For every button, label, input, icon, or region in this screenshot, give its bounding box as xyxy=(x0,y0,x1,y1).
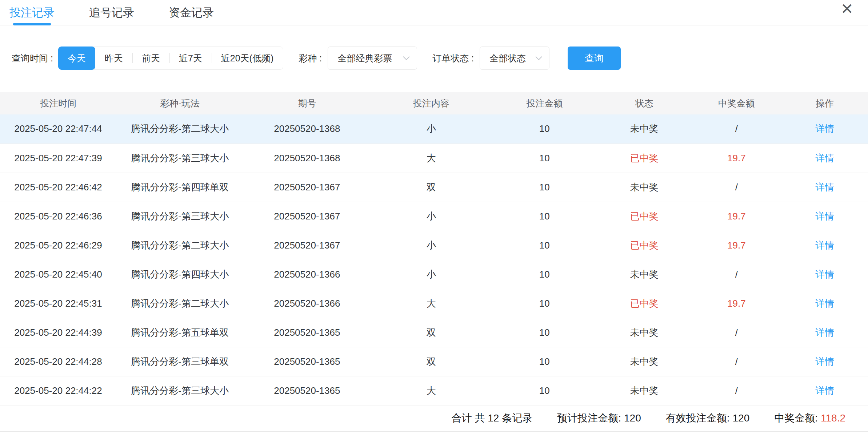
cell-game-play: 腾讯分分彩-第二球大小 xyxy=(116,114,244,144)
header-bet-content: 投注内容 xyxy=(371,92,492,114)
records-table: 投注时间 彩种-玩法 期号 投注内容 投注金额 状态 中奖金额 操作 2025-… xyxy=(0,92,868,405)
cell-bet-time: 2025-05-20 22:47:39 xyxy=(0,144,116,173)
detail-link[interactable]: 详情 xyxy=(815,298,834,309)
cell-bet-content: 双 xyxy=(371,347,492,376)
query-button[interactable]: 查询 xyxy=(568,47,621,70)
cell-prize: / xyxy=(691,318,781,347)
cell-bet-amount: 10 xyxy=(492,202,597,231)
cell-action: 详情 xyxy=(781,347,868,376)
tab-label: 追号记录 xyxy=(89,5,134,20)
detail-link[interactable]: 详情 xyxy=(815,182,834,193)
detail-link[interactable]: 详情 xyxy=(815,123,834,134)
cell-bet-time: 2025-05-20 22:46:29 xyxy=(0,231,116,260)
tab-bar: 投注记录 追号记录 资金记录 ✕ xyxy=(0,0,868,25)
time-option-yesterday[interactable]: 昨天 xyxy=(95,47,132,69)
table-header-row: 投注时间 彩种-玩法 期号 投注内容 投注金额 状态 中奖金额 操作 xyxy=(0,92,868,114)
cell-status: 已中奖 xyxy=(597,202,691,231)
header-bet-amount: 投注金额 xyxy=(492,92,597,114)
cell-status: 未中奖 xyxy=(597,376,691,405)
cell-issue: 20250520-1366 xyxy=(244,289,371,318)
cell-bet-amount: 10 xyxy=(492,231,597,260)
cell-game-play: 腾讯分分彩-第三球大小 xyxy=(116,376,244,405)
cell-bet-content: 大 xyxy=(371,289,492,318)
summary-total: 合计 共 12 条记录 xyxy=(452,411,532,425)
time-option-last7days[interactable]: 近7天 xyxy=(169,47,212,69)
cell-bet-time: 2025-05-20 22:44:28 xyxy=(0,347,116,376)
cell-action: 详情 xyxy=(781,318,868,347)
cell-bet-content: 小 xyxy=(371,260,492,289)
tab-bet-records[interactable]: 投注记录 xyxy=(9,0,55,25)
cell-status: 未中奖 xyxy=(597,260,691,289)
detail-link[interactable]: 详情 xyxy=(815,327,834,338)
time-range-group: 今天 昨天 前天 近7天 近20天(低频) xyxy=(58,47,283,70)
cell-issue: 20250520-1367 xyxy=(244,231,371,260)
order-status-select[interactable]: 全部状态 xyxy=(480,47,549,70)
cell-game-play: 腾讯分分彩-第四球单双 xyxy=(116,173,244,202)
cell-bet-time: 2025-05-20 22:45:31 xyxy=(0,289,116,318)
cell-issue: 20250520-1367 xyxy=(244,202,371,231)
summary-expected: 预计投注金额:120 xyxy=(557,411,641,425)
cell-status: 已中奖 xyxy=(597,231,691,260)
cell-status: 未中奖 xyxy=(597,347,691,376)
cell-game-play: 腾讯分分彩-第三球单双 xyxy=(116,347,244,376)
close-icon[interactable]: ✕ xyxy=(841,1,853,17)
table-row: 2025-05-20 22:44:28 腾讯分分彩-第三球单双 20250520… xyxy=(0,347,868,376)
table-row: 2025-05-20 22:47:44 腾讯分分彩-第二球大小 20250520… xyxy=(0,114,868,144)
cell-bet-amount: 10 xyxy=(492,289,597,318)
cell-issue: 20250520-1365 xyxy=(244,376,371,405)
cell-issue: 20250520-1365 xyxy=(244,318,371,347)
cell-prize: 19.7 xyxy=(691,289,781,318)
detail-link[interactable]: 详情 xyxy=(815,356,834,367)
lottery-type-value: 全部经典彩票 xyxy=(337,52,392,64)
time-option-today[interactable]: 今天 xyxy=(58,47,95,70)
cell-action: 详情 xyxy=(781,376,868,405)
detail-link[interactable]: 详情 xyxy=(815,240,834,251)
cell-status: 已中奖 xyxy=(597,289,691,318)
detail-link[interactable]: 详情 xyxy=(815,385,834,396)
cell-bet-amount: 10 xyxy=(492,376,597,405)
summary-expected-value: 120 xyxy=(624,412,641,424)
cell-issue: 20250520-1368 xyxy=(244,144,371,173)
tab-label: 资金记录 xyxy=(169,5,214,20)
table-row: 2025-05-20 22:47:39 腾讯分分彩-第三球大小 20250520… xyxy=(0,144,868,173)
summary-valid-label: 有效投注金额: xyxy=(666,412,730,424)
header-prize: 中奖金额 xyxy=(691,92,781,114)
active-tab-indicator xyxy=(13,23,51,25)
header-status: 状态 xyxy=(597,92,691,114)
cell-prize: / xyxy=(691,173,781,202)
cell-bet-content: 小 xyxy=(371,114,492,144)
cell-prize: / xyxy=(691,376,781,405)
detail-link[interactable]: 详情 xyxy=(815,211,834,222)
cell-status: 未中奖 xyxy=(597,318,691,347)
cell-action: 详情 xyxy=(781,144,868,173)
table-row: 2025-05-20 22:45:31 腾讯分分彩-第二球大小 20250520… xyxy=(0,289,868,318)
lottery-type-select[interactable]: 全部经典彩票 xyxy=(328,47,417,70)
cell-bet-time: 2025-05-20 22:45:40 xyxy=(0,260,116,289)
time-option-last20days[interactable]: 近20天(低频) xyxy=(212,47,283,69)
cell-prize: 19.7 xyxy=(691,202,781,231)
summary-valid: 有效投注金额:120 xyxy=(666,411,750,425)
cell-game-play: 腾讯分分彩-第四球大小 xyxy=(116,260,244,289)
table-row: 2025-05-20 22:46:36 腾讯分分彩-第三球大小 20250520… xyxy=(0,202,868,231)
cell-bet-time: 2025-05-20 22:44:22 xyxy=(0,376,116,405)
tab-fund-records[interactable]: 资金记录 xyxy=(169,0,214,25)
cell-bet-amount: 10 xyxy=(492,347,597,376)
tab-chase-records[interactable]: 追号记录 xyxy=(89,0,134,25)
table-row: 2025-05-20 22:44:22 腾讯分分彩-第三球大小 20250520… xyxy=(0,376,868,405)
cell-action: 详情 xyxy=(781,202,868,231)
time-option-day-before[interactable]: 前天 xyxy=(132,47,169,69)
cell-bet-amount: 10 xyxy=(492,114,597,144)
cell-game-play: 腾讯分分彩-第三球大小 xyxy=(116,202,244,231)
cell-action: 详情 xyxy=(781,114,868,144)
cell-prize: 19.7 xyxy=(691,231,781,260)
detail-link[interactable]: 详情 xyxy=(815,153,834,164)
table-row: 2025-05-20 22:46:29 腾讯分分彩-第二球大小 20250520… xyxy=(0,231,868,260)
cell-bet-content: 小 xyxy=(371,231,492,260)
summary-prize: 中奖金额:118.2 xyxy=(774,411,845,425)
cell-status: 未中奖 xyxy=(597,173,691,202)
lottery-type-label: 彩种 : xyxy=(299,52,322,64)
detail-link[interactable]: 详情 xyxy=(815,269,834,280)
table-body: 2025-05-20 22:47:44 腾讯分分彩-第二球大小 20250520… xyxy=(0,114,868,405)
summary-expected-label: 预计投注金额: xyxy=(557,412,621,424)
cell-game-play: 腾讯分分彩-第二球大小 xyxy=(116,231,244,260)
